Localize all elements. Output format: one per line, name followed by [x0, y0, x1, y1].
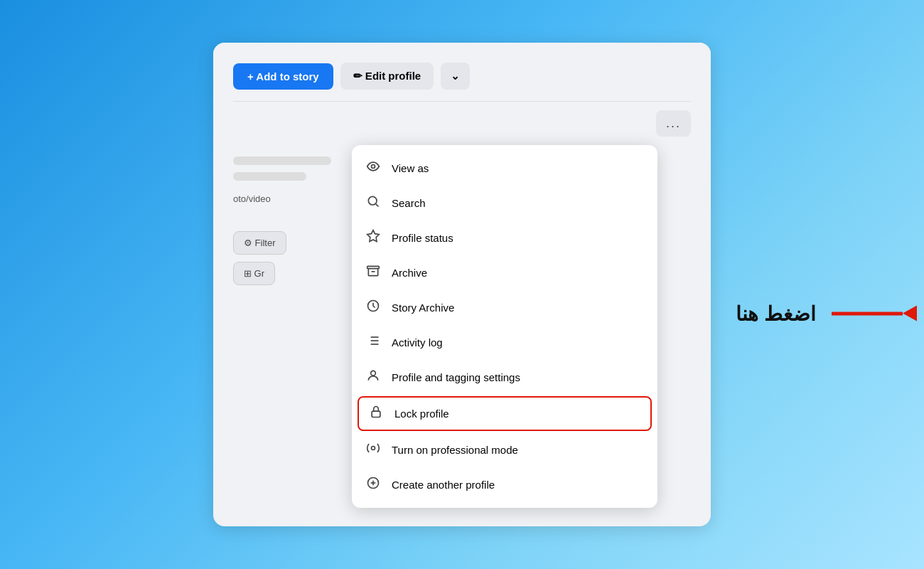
- create-profile-icon: [365, 476, 382, 494]
- dots-row: ...: [213, 102, 711, 145]
- menu-item-lock-profile[interactable]: Lock profile: [358, 396, 652, 431]
- stub-line-1: [233, 156, 331, 165]
- add-to-story-button[interactable]: + Add to story: [233, 63, 333, 90]
- main-card: + Add to story ✏ Edit profile ⌄ ... oto/…: [213, 43, 711, 526]
- svg-rect-3: [367, 266, 380, 268]
- arrow-line: [832, 312, 903, 315]
- top-bar: + Add to story ✏ Edit profile ⌄: [213, 43, 711, 101]
- svg-point-14: [372, 447, 375, 450]
- menu-item-activity-log[interactable]: Activity log: [352, 325, 657, 360]
- left-stub: oto/video ⚙ Filter ⊞ Gr: [213, 145, 355, 297]
- photo-video-stub: oto/video: [233, 188, 355, 204]
- activity-log-icon: [365, 334, 382, 351]
- svg-point-12: [371, 371, 376, 376]
- dots-menu-button[interactable]: ...: [656, 110, 691, 137]
- svg-rect-13: [372, 411, 380, 417]
- menu-item-archive[interactable]: Archive: [352, 255, 657, 290]
- menu-item-search[interactable]: Search: [352, 186, 657, 220]
- view-as-label: View as: [392, 162, 429, 174]
- search-label: Search: [392, 197, 426, 209]
- archive-icon: [365, 264, 382, 282]
- red-arrow: [832, 307, 917, 320]
- lock-profile-icon: [367, 405, 385, 422]
- dropdown-menu: View asSearchProfile statusArchiveStory …: [352, 145, 657, 508]
- lock-profile-label: Lock profile: [394, 408, 449, 420]
- menu-item-story-archive[interactable]: Story Archive: [352, 290, 657, 325]
- search-icon: [365, 194, 382, 212]
- view-as-icon: [365, 159, 382, 177]
- profile-tagging-icon: [365, 368, 382, 386]
- menu-item-profile-status[interactable]: Profile status: [352, 220, 657, 255]
- dropdown-container: View asSearchProfile statusArchiveStory …: [352, 145, 657, 508]
- professional-mode-icon: [365, 441, 382, 459]
- arrow-head: [903, 306, 917, 321]
- menu-item-profile-tagging[interactable]: Profile and tagging settings: [352, 360, 657, 395]
- svg-line-2: [376, 204, 379, 207]
- story-archive-label: Story Archive: [392, 302, 454, 314]
- activity-log-label: Activity log: [392, 336, 443, 349]
- archive-label: Archive: [392, 267, 427, 279]
- profile-tagging-label: Profile and tagging settings: [392, 371, 520, 383]
- svg-point-1: [368, 196, 377, 205]
- more-button[interactable]: ⌄: [441, 63, 470, 90]
- professional-mode-label: Turn on professional mode: [392, 444, 518, 456]
- annotation-area: اضغط هنا: [736, 302, 917, 325]
- arabic-annotation: اضغط هنا: [736, 302, 816, 325]
- profile-status-label: Profile status: [392, 232, 453, 244]
- profile-status-icon: [365, 229, 382, 247]
- menu-item-create-profile[interactable]: Create another profile: [352, 467, 657, 502]
- content-area: oto/video ⚙ Filter ⊞ Gr View asSearchPro…: [213, 145, 711, 297]
- grid-button[interactable]: ⊞ Gr: [233, 262, 275, 285]
- create-profile-label: Create another profile: [392, 479, 495, 491]
- filter-button[interactable]: ⚙ Filter: [233, 231, 286, 255]
- menu-item-view-as[interactable]: View as: [352, 151, 657, 186]
- stub-line-2: [233, 172, 306, 181]
- edit-profile-button[interactable]: ✏ Edit profile: [340, 63, 434, 90]
- menu-item-professional-mode[interactable]: Turn on professional mode: [352, 432, 657, 467]
- svg-point-0: [372, 165, 375, 169]
- story-archive-icon: [365, 299, 382, 317]
